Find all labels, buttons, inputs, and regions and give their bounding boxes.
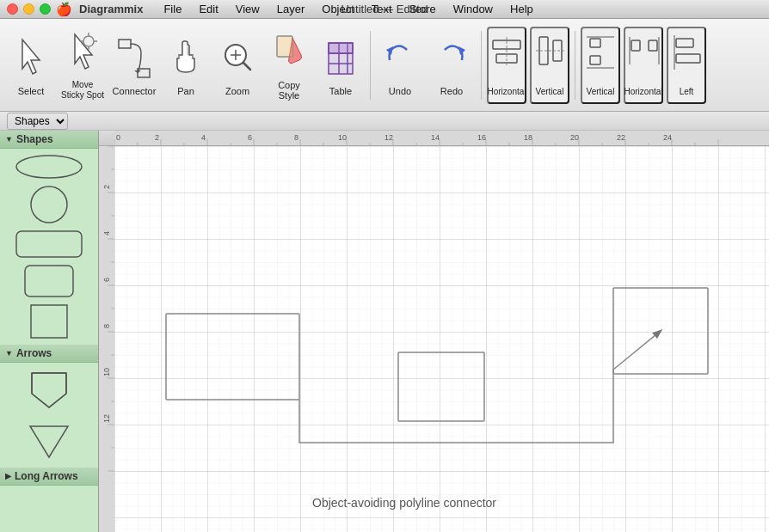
- zoom-tool[interactable]: Zoom: [213, 27, 261, 104]
- panel-dropdown[interactable]: Shapes: [7, 113, 68, 130]
- move-sticky-spot-tool[interactable]: Move Sticky Spot: [58, 27, 107, 104]
- align-horizontal-button[interactable]: Horizontal: [487, 27, 526, 104]
- toolbar-divider-2: [481, 31, 482, 100]
- svg-text:8: 8: [102, 324, 111, 328]
- svg-text:6: 6: [102, 278, 111, 282]
- menu-layer[interactable]: Layer: [274, 1, 309, 17]
- table-label: Table: [329, 86, 352, 96]
- title-bar: 🍎 Diagrammix File Edit View Layer Object…: [0, 0, 769, 19]
- minimize-button[interactable]: [23, 3, 34, 15]
- toolbar-divider-1: [370, 31, 371, 100]
- align-left-button[interactable]: Left: [667, 27, 706, 104]
- sidebar-shape-wide-ellipse[interactable]: [15, 154, 83, 180]
- distribute-horizontal-button[interactable]: Horizontal: [624, 27, 663, 104]
- align-vertical-button[interactable]: Vertical: [530, 27, 569, 104]
- svg-text:4: 4: [201, 133, 206, 142]
- align-vertical-label: Vertical: [536, 87, 564, 96]
- apple-icon[interactable]: 🍎: [56, 2, 72, 17]
- svg-text:18: 18: [524, 133, 532, 142]
- svg-rect-34: [590, 56, 600, 64]
- zoom-label: Zoom: [225, 86, 249, 96]
- align-left-icon: [669, 34, 704, 83]
- svg-rect-46: [16, 231, 82, 257]
- connector-tool[interactable]: Connector: [110, 27, 158, 104]
- toolbar-divider-3: [575, 31, 575, 100]
- copy-style-label: Copy Style: [267, 80, 311, 101]
- move-sticky-spot-label: Move Sticky Spot: [60, 80, 105, 101]
- window-title: Untitled — Edited: [341, 3, 428, 15]
- sidebar-shape-rounded-rect-wide[interactable]: [15, 229, 83, 259]
- sidebar-arrow-triangle[interactable]: [23, 418, 75, 462]
- pan-tool[interactable]: Pan: [162, 27, 210, 104]
- canvas[interactable]: Object-avoiding polyline connector: [114, 146, 769, 532]
- svg-text:16: 16: [477, 133, 486, 142]
- select-tool[interactable]: Select: [7, 27, 55, 104]
- copy-style-icon: [272, 30, 306, 76]
- long-arrows-expand-icon: ▶: [5, 472, 11, 480]
- svg-rect-7: [119, 40, 131, 48]
- svg-text:0: 0: [116, 133, 120, 142]
- shapes-group-header[interactable]: ▼ Shapes: [0, 131, 98, 149]
- sidebar-shape-small-rect[interactable]: [29, 303, 69, 339]
- svg-point-44: [16, 156, 82, 178]
- redo-button[interactable]: Redo: [428, 27, 476, 104]
- align-vertical-icon: [532, 34, 567, 83]
- ruler-left: 2 4 6 8 10 12: [99, 146, 114, 532]
- menu-edit[interactable]: Edit: [195, 1, 221, 17]
- close-button[interactable]: [7, 3, 18, 15]
- traffic-lights: [7, 3, 51, 15]
- svg-text:4: 4: [102, 231, 111, 235]
- menu-view[interactable]: View: [232, 1, 263, 17]
- svg-marker-0: [22, 40, 40, 74]
- svg-text:14: 14: [431, 133, 440, 142]
- svg-marker-9: [134, 70, 141, 73]
- long-arrows-group-header[interactable]: ▶ Long Arrows: [0, 468, 98, 486]
- svg-text:2: 2: [155, 133, 159, 142]
- connector-icon: [117, 34, 151, 83]
- redo-icon: [434, 34, 469, 83]
- svg-marker-52: [30, 426, 68, 457]
- svg-rect-94: [99, 146, 114, 532]
- distribute-vertical-icon: [583, 34, 618, 83]
- undo-icon: [383, 34, 417, 83]
- move-sticky-spot-icon: [65, 30, 100, 76]
- redo-label: Redo: [440, 86, 463, 96]
- undo-button[interactable]: Undo: [376, 27, 424, 104]
- maximize-button[interactable]: [40, 3, 51, 15]
- svg-point-2: [83, 36, 94, 46]
- secondary-bar: Shapes: [0, 112, 769, 131]
- table-tool[interactable]: Table: [317, 27, 365, 104]
- copy-style-tool[interactable]: Copy Style: [265, 27, 313, 104]
- menu-window[interactable]: Window: [450, 1, 496, 17]
- svg-rect-37: [631, 40, 640, 51]
- zoom-icon: [220, 34, 255, 83]
- arrows-group-header[interactable]: ▼ Arrows: [0, 345, 98, 363]
- svg-text:10: 10: [338, 133, 347, 142]
- select-icon: [14, 34, 48, 83]
- ruler-top: 0 2 4 6 8 10 12 14 16 18 20 22 24: [99, 131, 769, 146]
- sidebar-shape-circle[interactable]: [29, 185, 69, 224]
- shapes-group-label: Shapes: [16, 133, 53, 145]
- canvas-label: Object-avoiding polyline connector: [312, 496, 496, 510]
- svg-rect-48: [31, 305, 67, 338]
- sidebar-shape-rounded-rect[interactable]: [23, 264, 75, 298]
- canvas-container: 0 2 4 6 8 10 12 14 16 18 20 22 24: [99, 131, 769, 532]
- svg-point-45: [31, 187, 67, 223]
- menu-help[interactable]: Help: [507, 1, 537, 17]
- distribute-vertical-label: Vertical: [587, 87, 615, 96]
- arrows-group-label: Arrows: [16, 347, 52, 359]
- align-left-label: Left: [680, 87, 694, 96]
- distribute-vertical-button[interactable]: Vertical: [581, 27, 620, 104]
- sidebar-arrow-chevron[interactable]: [23, 368, 75, 413]
- svg-text:12: 12: [102, 414, 111, 423]
- distribute-horizontal-label: Horizontal: [624, 87, 662, 96]
- svg-rect-38: [649, 40, 657, 51]
- undo-label: Undo: [389, 86, 411, 96]
- menu-file[interactable]: File: [160, 1, 185, 17]
- svg-rect-42: [676, 54, 700, 63]
- svg-text:20: 20: [570, 133, 579, 142]
- table-icon: [323, 34, 358, 83]
- svg-rect-118: [114, 146, 769, 532]
- svg-text:24: 24: [663, 133, 672, 142]
- svg-rect-24: [329, 43, 353, 53]
